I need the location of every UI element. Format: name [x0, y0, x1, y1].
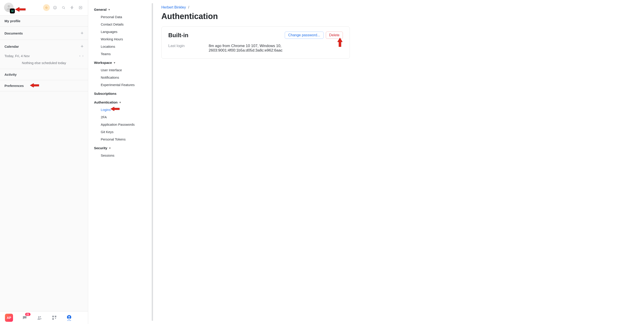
add-calendar-icon[interactable]: +: [80, 43, 84, 49]
cal-prev-icon[interactable]: ‹: [79, 54, 80, 58]
team-icon[interactable]: [36, 315, 43, 321]
calendar-date: Today, Fri, 4 Nov ‹ ›: [0, 53, 88, 59]
last-login-label: Last login: [168, 44, 195, 53]
svg-rect-14: [55, 316, 56, 317]
settings-nav: General▼ Personal Data Contact Details L…: [88, 0, 153, 324]
left-header: M: [0, 0, 88, 15]
preferences-link[interactable]: Preferences: [0, 80, 88, 91]
svg-rect-13: [52, 316, 54, 317]
cal-next-icon[interactable]: ›: [82, 54, 84, 58]
add-document-icon[interactable]: +: [80, 30, 84, 36]
builtin-auth-card: Built-in Change password... Delete Last …: [161, 26, 350, 59]
svg-point-11: [38, 316, 40, 318]
nav-experimental[interactable]: Experimental Features: [94, 81, 151, 89]
workspace-badge-icon: M: [10, 8, 15, 13]
svg-point-4: [62, 6, 64, 8]
calendar-section[interactable]: Calendar +: [0, 40, 88, 53]
settings-cat-workspace[interactable]: Workspace▼: [94, 58, 151, 66]
nav-logins[interactable]: Logins: [94, 106, 151, 113]
nav-app-passwords[interactable]: Application Passwords: [94, 121, 151, 128]
nav-locations[interactable]: Locations: [94, 43, 151, 50]
settings-cat-subscriptions[interactable]: Subscriptions▼: [94, 89, 151, 97]
apps-icon[interactable]: [51, 315, 58, 321]
svg-line-5: [64, 8, 65, 9]
nav-contact-details[interactable]: Contact Details: [94, 21, 151, 28]
page-title: Authentication: [161, 12, 636, 21]
my-profile-link[interactable]: My profile: [0, 15, 88, 26]
svg-point-12: [40, 316, 41, 318]
scrollbar[interactable]: [152, 3, 153, 321]
nav-2fa[interactable]: 2FA: [94, 113, 151, 121]
nav-working-hours[interactable]: Working Hours: [94, 35, 151, 43]
svg-rect-15: [52, 318, 54, 320]
documents-section[interactable]: Documents +: [0, 27, 88, 40]
chat-icon[interactable]: 21: [22, 315, 28, 321]
nav-git-keys[interactable]: Git Keys: [94, 128, 151, 136]
settings-cat-authentication[interactable]: Authentication▼: [94, 97, 151, 106]
activity-link[interactable]: Activity: [0, 69, 88, 80]
change-password-button[interactable]: Change password...: [285, 32, 323, 39]
svg-point-18: [68, 316, 70, 317]
breadcrumb-sep: /: [188, 5, 189, 9]
settings-cat-general[interactable]: General▼: [94, 4, 151, 13]
left-sidebar: M My profile Documents +: [0, 0, 88, 324]
breadcrumb: Herbert Binkley /: [161, 5, 636, 9]
delete-button[interactable]: Delete: [326, 32, 343, 39]
svg-marker-1: [15, 7, 26, 12]
nav-user-interface[interactable]: User Interface: [94, 66, 151, 74]
last-login-value: 8m ago from Chrome 10 107, Windows 10, 2…: [209, 44, 312, 53]
calendar-empty-text: Nothing else scheduled today: [0, 59, 88, 69]
bottom-bar: AP 21: [0, 311, 88, 324]
nav-personal-tokens[interactable]: Personal Tokens: [94, 136, 151, 143]
breadcrumb-user-link[interactable]: Herbert Binkley: [161, 5, 186, 9]
nav-languages[interactable]: Languages: [94, 28, 151, 35]
workspace-switcher[interactable]: AP: [5, 314, 13, 322]
help-icon[interactable]: [52, 4, 58, 11]
svg-marker-6: [71, 6, 73, 9]
add-icon[interactable]: [77, 4, 84, 11]
nav-personal-data[interactable]: Personal Data: [94, 13, 151, 21]
search-icon[interactable]: [60, 4, 67, 11]
settings-cat-security[interactable]: Security▼: [94, 143, 151, 152]
svg-marker-19: [110, 107, 120, 111]
nav-sessions[interactable]: Sessions: [94, 152, 151, 159]
nav-notifications[interactable]: Notifications: [94, 74, 151, 81]
svg-point-3: [55, 8, 55, 8]
profile-icon[interactable]: [66, 315, 72, 321]
card-title: Built-in: [168, 32, 282, 39]
svg-marker-16: [55, 318, 56, 319]
avatar[interactable]: M: [4, 3, 14, 12]
svg-point-0: [8, 5, 10, 8]
lightning-icon[interactable]: [69, 4, 76, 11]
chat-count-badge: 21: [25, 313, 30, 316]
main-content: Herbert Binkley / Authentication Built-i…: [153, 0, 644, 324]
nav-teams[interactable]: Teams: [94, 50, 151, 58]
theme-toggle-icon[interactable]: [43, 4, 50, 11]
